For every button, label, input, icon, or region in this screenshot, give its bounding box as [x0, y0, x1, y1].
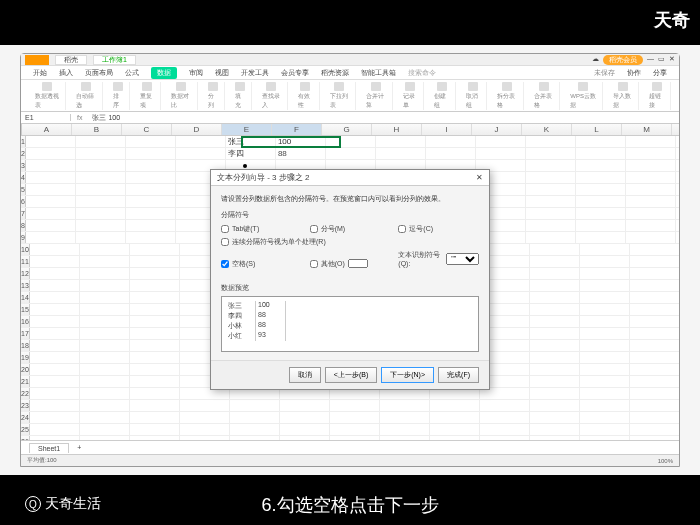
cell[interactable] [130, 268, 180, 279]
menu-dev[interactable]: 开发工具 [241, 68, 269, 78]
cell[interactable] [30, 256, 80, 267]
ribbon-填充[interactable]: 填充 [229, 82, 252, 110]
col-header-I[interactable]: I [422, 124, 472, 135]
cell[interactable] [230, 400, 280, 411]
cell[interactable] [530, 340, 580, 351]
tab-docer[interactable]: 稻壳 [55, 55, 87, 65]
cell[interactable]: 李四 [226, 148, 276, 159]
cell[interactable] [626, 208, 676, 219]
ribbon-分列[interactable]: 分列 [202, 82, 225, 110]
col-header-N[interactable]: N [672, 124, 679, 135]
cell[interactable] [126, 172, 176, 183]
cell[interactable] [676, 136, 679, 147]
cell[interactable] [76, 136, 126, 147]
cell[interactable] [76, 208, 126, 219]
row-header-16[interactable]: 16 [21, 316, 30, 327]
cell[interactable] [630, 340, 679, 351]
cell[interactable] [130, 256, 180, 267]
collab-button[interactable]: 协作 [627, 68, 641, 78]
cell[interactable] [80, 412, 130, 423]
cell[interactable] [480, 400, 530, 411]
cell[interactable] [180, 436, 230, 440]
ribbon-导入数据[interactable]: 导入数据 [607, 82, 639, 110]
cell[interactable] [76, 172, 126, 183]
cell[interactable] [330, 436, 380, 440]
fx-icon[interactable]: fx [71, 114, 88, 121]
cell[interactable] [80, 400, 130, 411]
dialog-close-icon[interactable]: ✕ [476, 173, 483, 182]
cell[interactable] [80, 256, 130, 267]
cell[interactable] [526, 196, 576, 207]
cell[interactable] [30, 436, 80, 440]
cell[interactable] [326, 148, 376, 159]
cell[interactable] [430, 412, 480, 423]
cell[interactable] [280, 400, 330, 411]
cell[interactable] [80, 364, 130, 375]
ribbon-取消组[interactable]: 取消组 [460, 82, 488, 110]
cell[interactable] [530, 316, 580, 327]
cell[interactable] [580, 328, 630, 339]
cell[interactable] [580, 256, 630, 267]
row-header-17[interactable]: 17 [21, 328, 30, 339]
member-button[interactable]: 稻壳会员 [603, 55, 643, 65]
cell[interactable] [530, 400, 580, 411]
check-semicolon[interactable]: 分号(M) [310, 224, 391, 234]
cell[interactable] [30, 400, 80, 411]
cell[interactable] [530, 268, 580, 279]
cell[interactable] [280, 424, 330, 435]
app-icon[interactable] [25, 55, 49, 65]
cell[interactable] [630, 388, 679, 399]
cell[interactable] [76, 148, 126, 159]
menu-insert[interactable]: 插入 [59, 68, 73, 78]
cell[interactable] [530, 280, 580, 291]
minimize-icon[interactable]: — [647, 55, 654, 65]
finish-button[interactable]: 完成(F) [438, 367, 479, 383]
row-header-12[interactable]: 12 [21, 268, 30, 279]
cancel-button[interactable]: 取消 [289, 367, 321, 383]
cell[interactable] [580, 268, 630, 279]
cell[interactable] [130, 304, 180, 315]
cell[interactable] [626, 220, 676, 231]
cell[interactable] [26, 172, 76, 183]
cell[interactable] [630, 304, 679, 315]
cell[interactable] [280, 412, 330, 423]
cell[interactable] [580, 304, 630, 315]
ribbon-重复项[interactable]: 重复项 [134, 82, 162, 110]
cell[interactable] [76, 220, 126, 231]
cell[interactable] [530, 244, 580, 255]
cell[interactable] [626, 148, 676, 159]
ribbon-数据透视表[interactable]: 数据透视表 [29, 82, 66, 110]
cell[interactable] [80, 352, 130, 363]
cell[interactable] [530, 328, 580, 339]
row-header-21[interactable]: 21 [21, 376, 30, 387]
cell[interactable] [630, 244, 679, 255]
cell[interactable] [676, 232, 679, 243]
cell[interactable] [380, 412, 430, 423]
cell[interactable] [530, 376, 580, 387]
cell[interactable] [380, 436, 430, 440]
cell[interactable] [130, 292, 180, 303]
row-header-14[interactable]: 14 [21, 292, 30, 303]
cell[interactable] [80, 268, 130, 279]
cell[interactable] [580, 340, 630, 351]
cell[interactable] [580, 352, 630, 363]
cell[interactable] [26, 232, 76, 243]
cell[interactable] [430, 424, 480, 435]
row-header-11[interactable]: 11 [21, 256, 30, 267]
cell[interactable] [130, 364, 180, 375]
cell[interactable] [30, 376, 80, 387]
cell[interactable] [580, 388, 630, 399]
cloud-icon[interactable]: ☁ [592, 55, 599, 65]
cell[interactable] [26, 220, 76, 231]
cell[interactable] [80, 436, 130, 440]
cell[interactable] [280, 436, 330, 440]
cell[interactable] [676, 220, 679, 231]
cell[interactable] [676, 184, 679, 195]
menu-docer[interactable]: 稻壳资源 [321, 68, 349, 78]
cell[interactable] [580, 400, 630, 411]
cell[interactable] [630, 400, 679, 411]
col-header-B[interactable]: B [72, 124, 122, 135]
col-header-E[interactable]: E [222, 124, 272, 135]
cell[interactable] [676, 172, 679, 183]
cell[interactable] [76, 184, 126, 195]
